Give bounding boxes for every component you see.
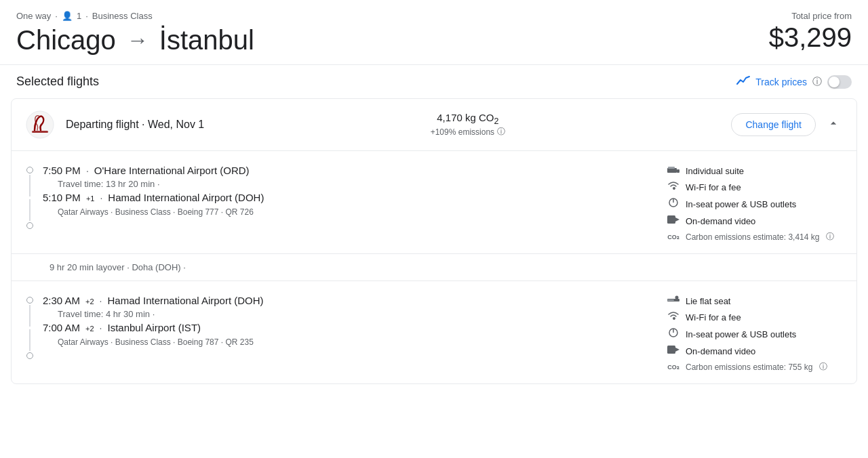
person-icon: 👤 xyxy=(62,11,73,21)
svg-marker-8 xyxy=(675,217,679,222)
video-icon xyxy=(667,215,680,227)
co2-icon-1: CO₂ xyxy=(667,234,680,241)
amenity-power-1: In-seat power & USB outlets xyxy=(667,197,843,211)
video-icon-2 xyxy=(667,345,680,357)
arrive-superscript-2: +2 xyxy=(85,325,94,333)
track-prices-link[interactable]: Track prices xyxy=(755,77,807,87)
segment-left-1: 7:50 PM · O'Hare International Airport (… xyxy=(25,165,653,243)
dot-line-1b xyxy=(29,199,31,221)
total-price-label: Total price from xyxy=(769,11,852,21)
co2-estimate-1: Carbon emissions estimate: 3,414 kg xyxy=(686,232,819,242)
video-label-2: On-demand video xyxy=(686,346,755,356)
header-left: One way · 👤 1 · Business Class Chicago →… xyxy=(16,11,254,56)
airline-info-2: Qatar Airways · Business Class · Boeing … xyxy=(58,337,639,347)
track-prices-area: Track prices ⓘ xyxy=(736,75,852,89)
amenity-co2-2: CO₂ Carbon emissions estimate: 755 kg ⓘ xyxy=(667,361,843,373)
dot-line-1 xyxy=(29,175,31,196)
dot-circle-arrive-1 xyxy=(26,222,33,229)
track-prices-icon xyxy=(736,75,750,89)
suite-icon xyxy=(667,165,680,177)
flight-card-header-center: 4,170 kg CO2 +109% emissions ⓘ xyxy=(431,112,505,138)
wifi-icon-2 xyxy=(667,311,680,323)
amenity-video-2: On-demand video xyxy=(667,345,843,357)
lieflat-label: Lie flat seat xyxy=(686,296,731,306)
lie-flat-icon xyxy=(667,295,680,307)
dot-sep-s2b: · xyxy=(100,322,102,333)
arrive-row-2: 7:00 AM+2 · Istanbul Airport (IST) xyxy=(43,322,639,333)
depart-row-1: 7:50 PM · O'Hare International Airport (… xyxy=(43,165,639,176)
wifi-icon xyxy=(667,181,680,193)
video-label-1: On-demand video xyxy=(686,216,755,226)
qatar-airways-logo-svg xyxy=(25,110,55,140)
arrive-superscript-1: +1 xyxy=(86,194,95,203)
timeline-2: 2:30 AM+2 · Hamad International Airport … xyxy=(25,295,639,359)
timeline-dot-container-2 xyxy=(25,295,35,359)
timeline-dot-container-1 xyxy=(25,165,35,229)
amenities-list-1: Individual suite Wi-Fi for a fee In-seat… xyxy=(667,165,843,243)
power-icon-2 xyxy=(667,327,680,341)
svg-rect-3 xyxy=(677,169,679,173)
amenity-video-1: On-demand video xyxy=(667,215,843,227)
svg-rect-1 xyxy=(32,131,48,133)
dot-circle-depart-2 xyxy=(26,297,33,304)
svg-point-0 xyxy=(26,111,54,138)
dot-sep-2: · xyxy=(85,11,88,21)
depart-superscript-2: +2 xyxy=(85,297,94,306)
svg-rect-4 xyxy=(668,167,675,169)
departing-label: Departing flight · Wed, Nov 1 xyxy=(66,119,204,130)
amenity-wifi-1: Wi-Fi for a fee xyxy=(667,181,843,193)
segment-left-2: 2:30 AM+2 · Hamad International Airport … xyxy=(25,295,653,373)
change-flight-button[interactable]: Change flight xyxy=(731,113,816,136)
layover-row: 9 hr 20 min layover · Doha (DOH) · xyxy=(12,254,856,281)
segment-row-2: 2:30 AM+2 · Hamad International Airport … xyxy=(25,295,843,373)
travel-time-1: Travel time: 13 hr 20 min · xyxy=(58,179,639,189)
flight-card-header: Departing flight · Wed, Nov 1 4,170 kg C… xyxy=(12,99,856,151)
co2-estimate-info-2[interactable]: ⓘ xyxy=(819,361,827,373)
flight-route: Chicago → İstanbul xyxy=(16,24,254,56)
selected-flights-bar: Selected flights Track prices ⓘ xyxy=(0,65,868,98)
co2-info-icon[interactable]: ⓘ xyxy=(497,126,505,138)
svg-rect-14 xyxy=(667,346,675,354)
airline-info-1: Qatar Airways · Business Class · Boeing … xyxy=(58,207,639,217)
flight-card-header-left: Departing flight · Wed, Nov 1 xyxy=(25,110,204,140)
timeline-1: 7:50 PM · O'Hare International Airport (… xyxy=(25,165,639,229)
dot-sep-s1: · xyxy=(86,165,89,176)
flight-segment-2: 2:30 AM+2 · Hamad International Airport … xyxy=(12,281,856,383)
arrive-airport-1: Hamad International Airport (DOH) xyxy=(108,192,264,203)
svg-rect-7 xyxy=(667,215,675,224)
selected-flights-label: Selected flights xyxy=(16,75,99,89)
arrive-airport-2: Istanbul Airport (IST) xyxy=(107,322,201,333)
layover-duration: 9 hr 20 min layover xyxy=(50,262,125,272)
passenger-count: 1 xyxy=(77,11,81,21)
track-prices-toggle[interactable] xyxy=(827,75,852,89)
dot-line-2b xyxy=(29,329,31,351)
cabin-class: Business Class xyxy=(92,11,153,21)
amenity-lieflat: Lie flat seat xyxy=(667,295,843,307)
collapse-button[interactable] xyxy=(824,114,843,136)
amenities-list-2: Lie flat seat Wi-Fi for a fee In-seat po… xyxy=(667,295,843,373)
arrive-time-1: 5:10 PM xyxy=(43,192,81,203)
layover-dot: · xyxy=(183,262,186,272)
airline-logo xyxy=(25,110,55,140)
depart-airport-1: O'Hare International Airport (ORD) xyxy=(94,165,250,176)
power-label-2: In-seat power & USB outlets xyxy=(686,329,796,339)
flight-title-info: Departing flight · Wed, Nov 1 xyxy=(66,119,204,131)
page-header: One way · 👤 1 · Business Class Chicago →… xyxy=(0,0,868,65)
depart-airport-2: Hamad International Airport (DOH) xyxy=(107,295,263,306)
co2-amount: 4,170 kg CO2 xyxy=(431,112,505,126)
flight-segment-1: 7:50 PM · O'Hare International Airport (… xyxy=(12,151,856,254)
power-label-1: In-seat power & USB outlets xyxy=(686,199,796,209)
wifi-label-1: Wi-Fi for a fee xyxy=(686,182,741,192)
svg-rect-2 xyxy=(667,168,677,173)
amenity-wifi-2: Wi-Fi for a fee xyxy=(667,311,843,323)
svg-rect-11 xyxy=(667,299,674,301)
dot-sep-1: · xyxy=(55,11,58,21)
flight-card: Departing flight · Wed, Nov 1 4,170 kg C… xyxy=(11,98,857,384)
layover-location: Doha (DOH) xyxy=(132,262,180,272)
origin-city: Chicago xyxy=(16,24,116,56)
svg-marker-15 xyxy=(675,348,679,352)
track-prices-info-icon[interactable]: ⓘ xyxy=(812,76,822,88)
destination-city: İstanbul xyxy=(159,24,254,56)
co2-estimate-info-1[interactable]: ⓘ xyxy=(826,231,834,243)
co2-icon-2: CO₂ xyxy=(667,364,680,371)
